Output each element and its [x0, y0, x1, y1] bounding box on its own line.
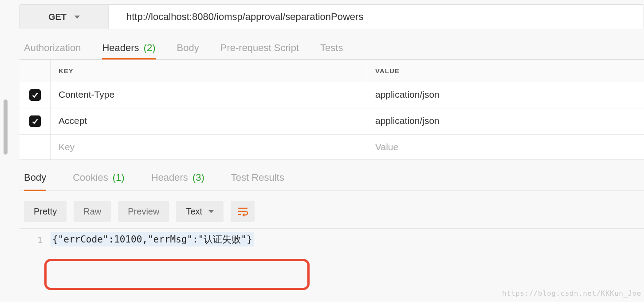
request-tabs: Authorization Headers (2) Body Pre-reque…	[20, 37, 644, 60]
view-raw-button[interactable]: Raw	[74, 201, 111, 222]
wrap-lines-button[interactable]	[231, 201, 255, 222]
wrap-icon	[237, 206, 248, 217]
format-select-label: Text	[186, 207, 202, 217]
header-row[interactable]: Content-Type application/json	[20, 82, 644, 108]
header-row-checkbox-cell[interactable]	[20, 108, 51, 135]
code-line[interactable]: {"errCode":10100,"errMsg":"认证失败"}	[51, 232, 254, 246]
header-row-checkbox-cell[interactable]	[20, 82, 51, 108]
headers-th-key: KEY	[51, 60, 367, 82]
response-tab-cookies[interactable]: Cookies (1)	[73, 167, 125, 191]
view-preview-button[interactable]: Preview	[118, 201, 169, 222]
format-select[interactable]: Text	[176, 201, 224, 222]
header-value-placeholder[interactable]: Value	[367, 135, 644, 160]
http-method-select[interactable]: GET	[20, 5, 109, 29]
http-method-label: GET	[48, 12, 67, 22]
headers-th-value: VALUE	[367, 60, 644, 82]
tab-headers-count: (2)	[144, 42, 156, 53]
response-tabs: Body Cookies (1) Headers (3) Test Result…	[20, 160, 644, 191]
header-row-new[interactable]: Key Value	[20, 135, 644, 160]
chevron-down-icon	[75, 16, 80, 19]
header-row[interactable]: Accept application/json	[20, 108, 644, 135]
tab-headers[interactable]: Headers (2)	[102, 38, 155, 59]
scrollbar-thumb[interactable]	[4, 99, 8, 155]
tab-tests[interactable]: Tests	[320, 38, 343, 59]
header-key-placeholder[interactable]: Key	[51, 135, 367, 160]
watermark-text: https://blog.csdn.net/KKKun_Joe	[502, 289, 641, 298]
view-pretty-button[interactable]: Pretty	[24, 201, 67, 222]
response-body-view: 1 {"errCode":10100,"errMsg":"认证失败"}	[20, 228, 644, 246]
url-input[interactable]	[109, 5, 644, 29]
checkbox-checked-icon[interactable]	[29, 115, 41, 127]
checkbox-checked-icon[interactable]	[29, 89, 41, 101]
header-row-checkbox-cell	[20, 135, 51, 160]
response-tab-body[interactable]: Body	[24, 167, 46, 191]
tab-prerequest[interactable]: Pre-request Script	[220, 38, 299, 59]
main-area: GET Authorization Headers (2) Body Pre-r…	[0, 0, 644, 246]
header-key-cell[interactable]: Accept	[51, 108, 367, 135]
response-tab-cookies-count: (1)	[113, 172, 125, 183]
tab-authorization[interactable]: Authorization	[24, 38, 81, 59]
response-toolbar: Pretty Raw Preview Text	[20, 191, 644, 228]
response-tab-headers-label: Headers	[151, 172, 188, 183]
response-tab-headers-count: (3)	[192, 172, 204, 183]
response-tab-testresults[interactable]: Test Results	[231, 167, 284, 191]
line-number: 1	[20, 233, 43, 246]
response-body-text[interactable]: {"errCode":10100,"errMsg":"认证失败"}	[51, 232, 644, 246]
chevron-down-icon	[208, 210, 214, 213]
request-row: GET	[20, 4, 644, 29]
headers-table-head: KEY VALUE	[20, 60, 644, 82]
header-checkbox-col	[20, 60, 51, 82]
tab-body[interactable]: Body	[177, 38, 199, 59]
code-gutter: 1	[20, 232, 51, 246]
response-tab-cookies-label: Cookies	[73, 172, 108, 183]
header-key-cell[interactable]: Content-Type	[51, 82, 367, 108]
response-tab-headers[interactable]: Headers (3)	[151, 167, 204, 191]
annotation-highlight	[44, 259, 310, 290]
headers-table: KEY VALUE Content-Type application/json …	[20, 60, 644, 160]
tab-headers-label: Headers	[102, 42, 139, 53]
header-value-cell[interactable]: application/json	[367, 108, 644, 135]
header-value-cell[interactable]: application/json	[367, 82, 644, 108]
